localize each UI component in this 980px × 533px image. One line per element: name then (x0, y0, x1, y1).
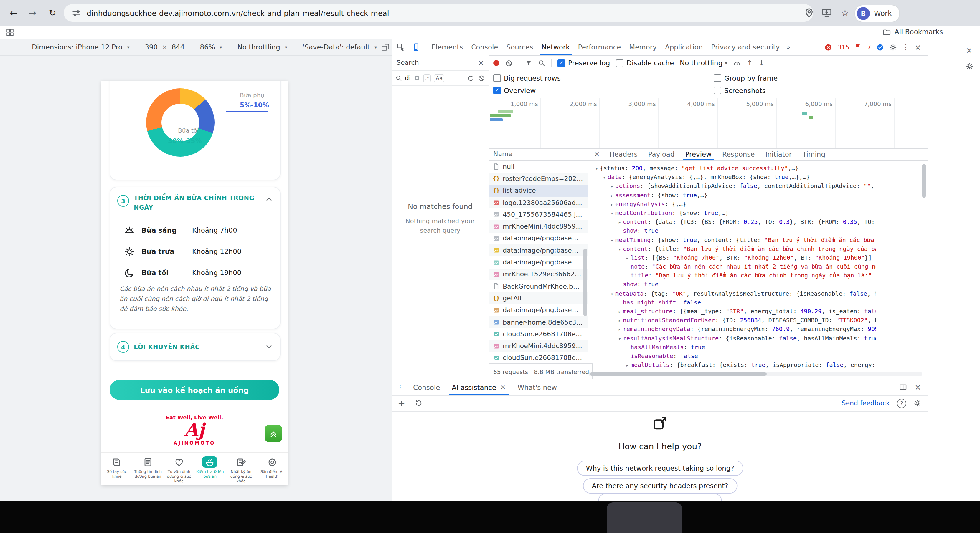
tree-expanded-icon[interactable]: ▾ (616, 245, 623, 253)
tree-expanded-icon[interactable]: ▾ (601, 173, 608, 181)
install-app-icon[interactable] (821, 8, 832, 18)
checkbox-overview[interactable]: ✓Overview (493, 86, 714, 95)
tree-collapsed-icon[interactable]: ▸ (616, 218, 623, 226)
preview-line[interactable]: ▸assessment: {show: true,…} (587, 190, 876, 199)
devtools-more-icon[interactable]: ⋮ (902, 43, 909, 51)
device-dimensions-select[interactable]: Dimensions: iPhone 12 Pro (32, 43, 122, 51)
address-bar[interactable]: dinhduongsuckhoe-dev.ajinomoto.com.vn/ch… (64, 4, 813, 22)
preserve-log-checkbox[interactable]: ✓ Preserve log (557, 59, 610, 67)
refresh-search-icon[interactable] (467, 75, 474, 82)
inspect-element-icon[interactable] (396, 43, 405, 51)
save-meal-plan-button[interactable]: Lưu vào kế hoạch ăn uống (110, 380, 279, 400)
clear-network-log-icon[interactable] (505, 59, 513, 67)
throttling-select[interactable]: No throttling (237, 43, 280, 51)
tab-sources[interactable]: Sources (503, 39, 538, 56)
network-conditions-icon[interactable] (733, 59, 741, 67)
network-throttling-select[interactable]: No throttling ▾ (680, 59, 727, 67)
tab-elements[interactable]: Elements (427, 39, 467, 56)
search-input[interactable]: đi .* Aa (392, 71, 488, 86)
drawer-tab-console[interactable]: Console (407, 379, 446, 395)
request-row[interactable]: {}getAll (488, 292, 587, 305)
profile-chip[interactable]: B Work (854, 5, 900, 22)
site-info-icon[interactable] (72, 8, 81, 17)
preview-line[interactable]: ▾mealContribution: {show: true,…} (587, 208, 876, 217)
rotate-device-icon[interactable] (381, 43, 389, 51)
preview-line[interactable]: ▸mealDetails: {breakfast: {exists: true,… (587, 360, 876, 369)
detail-tab-preview[interactable]: Preview (680, 148, 717, 160)
request-row[interactable]: mrKhoe.1529ec36662… (488, 268, 587, 280)
errors-icon[interactable] (825, 43, 832, 51)
tree-collapsed-icon[interactable]: ▸ (616, 308, 623, 316)
scroll-to-top-button[interactable] (265, 425, 282, 442)
tab-console[interactable]: Console (467, 39, 502, 56)
tree-collapsed-icon[interactable]: ▸ (624, 254, 630, 262)
clear-results-icon[interactable] (478, 75, 485, 82)
requests-scrollbar[interactable] (584, 249, 587, 316)
search-pane-close-icon[interactable]: × (478, 59, 484, 67)
window-close-icon[interactable]: × (966, 46, 972, 55)
preview-line[interactable]: ▸remainingEnergyData: {remainingEnergyMi… (587, 325, 876, 334)
back-button[interactable]: ← (5, 4, 22, 22)
preview-line[interactable]: ▸nutritionalStandardForUser: {ID: 256884… (587, 316, 876, 325)
request-row[interactable]: logo.12380aa25606ad… (488, 197, 587, 209)
search-query-text[interactable]: đi (405, 74, 411, 82)
issue-count-badge[interactable]: 7 (867, 44, 871, 51)
sync-status-icon[interactable] (876, 43, 884, 51)
drawer-tab-ai-assistance[interactable]: AI assistance× (446, 379, 512, 395)
tab-application[interactable]: Application (661, 39, 707, 56)
regex-toggle[interactable]: .* (423, 74, 431, 82)
horizontal-scrollbar[interactable] (589, 372, 922, 376)
detail-tab-headers[interactable]: Headers (604, 148, 643, 160)
vertical-scrollbar[interactable] (922, 164, 926, 198)
bookmark-star-icon[interactable]: ☆ (840, 8, 850, 18)
url-text[interactable]: dinhduongsuckhoe-dev.ajinomoto.com.vn/ch… (87, 8, 389, 17)
request-row[interactable]: data:image/png;base… (488, 304, 587, 316)
checkbox-group-by-frame[interactable]: Group by frame (714, 74, 908, 82)
preview-line[interactable]: ▾metaData: {tag: "QK", resultAnalysisMea… (587, 289, 876, 298)
detail-tab-initiator[interactable]: Initiator (760, 148, 797, 160)
request-row[interactable]: mrKhoeMini.4ddc8959… (488, 340, 587, 352)
help-icon[interactable]: ? (897, 398, 906, 408)
nav-item-th-ng-tin-dinh-d-ng-b-a-n[interactable]: Thông tin dinh dưỡng bữa ăn (132, 453, 163, 485)
suggestion-pill-partial[interactable] (598, 493, 722, 502)
preview-line[interactable]: ▸actions: {showAdditionalTipAdvice: fals… (587, 182, 876, 190)
preview-line[interactable]: note: "Các bữa ăn nên cách nhau ít nhất … (587, 262, 876, 271)
nav-item-t-v-n-dinh-d-ng-s-c-kh-e[interactable]: Tư vấn dinh dưỡng & sức khỏe (164, 453, 194, 485)
tab-privacy-and-security[interactable]: Privacy and security (707, 39, 784, 56)
apps-grid-icon[interactable] (6, 28, 14, 36)
filter-icon[interactable] (525, 59, 532, 67)
close-tab-icon[interactable]: × (500, 384, 506, 391)
detail-tab-timing[interactable]: Timing (797, 148, 830, 160)
record-network-log-button[interactable] (493, 60, 499, 66)
preview-line[interactable]: has_night_shift: false (587, 298, 876, 307)
detail-tab-payload[interactable]: Payload (643, 148, 680, 160)
all-bookmarks-button[interactable]: All Bookmarks (883, 28, 943, 36)
request-row[interactable]: cloudSun.e26681708e… (488, 328, 587, 340)
reload-button[interactable]: ↻ (44, 4, 61, 22)
request-row[interactable]: data:image/png;base… (488, 233, 587, 245)
suggestion-pill[interactable]: Are there any security headers present? (583, 478, 737, 493)
zoom-select[interactable]: 86% (200, 43, 215, 51)
request-row[interactable]: cloudSun.e26681708e… (488, 352, 587, 364)
preview-line[interactable]: ▾content: {title: "Bạn lưu ý thời điểm ă… (587, 244, 876, 253)
drawer-more-icon[interactable]: ⋮ (395, 383, 405, 391)
suggestion-pill[interactable]: Why is this network request taking so lo… (577, 460, 743, 476)
preview-line[interactable]: show: true (587, 280, 876, 289)
nav-item-ki-m-tra-l-n-b-a-n[interactable]: Kiểm tra & lên bữa ăn (194, 453, 225, 485)
checkbox-screenshots[interactable]: Screenshots (714, 86, 908, 95)
send-feedback-link[interactable]: Send feedback (842, 399, 890, 407)
request-row[interactable]: {}roster?codeEmps=202… (488, 173, 587, 185)
preview-line[interactable]: ▸content: {data: {TC3: {BS: {FROM: 0.25,… (587, 217, 876, 226)
request-row[interactable]: 450_1755673584465.j… (488, 208, 587, 220)
panel-settings-gear-icon[interactable] (966, 62, 974, 70)
disable-cache-checkbox[interactable]: Disable cache (616, 59, 674, 67)
nav-item-nh-t-k-n-u-ng-s-c-kh-e[interactable]: Nhật ký ăn uống & sức khỏe (225, 453, 256, 485)
request-row[interactable]: null (488, 161, 587, 173)
avatar[interactable]: B (857, 7, 870, 20)
drawer-tab-what-s-new[interactable]: What's new (512, 379, 563, 395)
more-tabs-button[interactable]: » (784, 43, 792, 51)
tree-collapsed-icon[interactable]: ▸ (616, 316, 623, 325)
preview-line[interactable]: ▾{status: 200, message: "get list advice… (587, 164, 876, 173)
preview-line[interactable]: show: true (587, 227, 876, 235)
preview-line[interactable]: ▾data: {energyAnalysis: {,…}, mrKhoeBox:… (587, 173, 876, 181)
